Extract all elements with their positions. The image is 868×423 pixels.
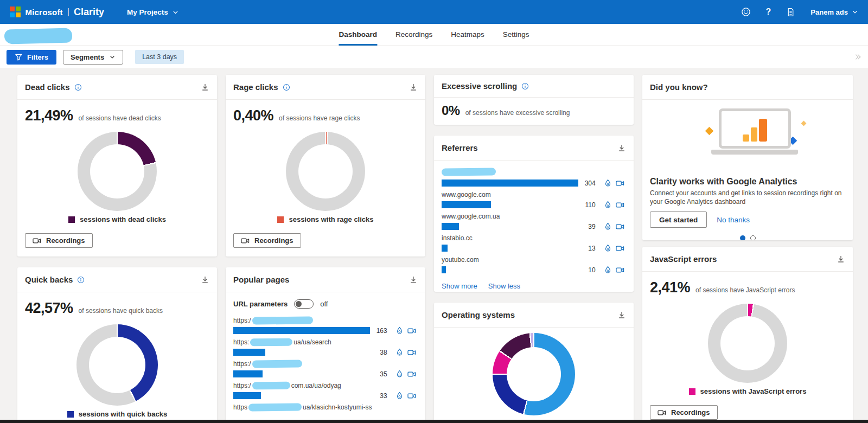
row-value: 39 xyxy=(578,223,596,230)
card-title: Dead clicks xyxy=(25,82,70,92)
redacted-text xyxy=(250,338,292,347)
screenshot-bottom-edge xyxy=(0,420,868,423)
info-icon[interactable] xyxy=(283,84,290,91)
show-less-link[interactable]: Show less xyxy=(488,282,520,290)
tab-settings[interactable]: Settings xyxy=(503,24,529,46)
javascript-errors-card: JavaScript errors 2,41% of sessions have… xyxy=(642,247,853,423)
show-more-link[interactable]: Show more xyxy=(442,282,477,290)
metric-caption: of sessions have dead clicks xyxy=(79,114,161,122)
download-icon[interactable] xyxy=(617,144,626,152)
segments-dropdown[interactable]: Segments xyxy=(63,50,123,65)
date-range-chip[interactable]: Last 3 days xyxy=(135,50,184,64)
help-icon[interactable]: ? xyxy=(766,7,771,17)
microsoft-logo-icon xyxy=(10,7,21,17)
recordings-camera-icon[interactable] xyxy=(614,179,626,188)
tab-dashboard[interactable]: Dashboard xyxy=(339,24,377,46)
chevron-down-icon xyxy=(172,9,179,16)
row-label: https:ua/ua/search xyxy=(233,338,418,346)
card-title: Quick backs xyxy=(25,275,73,284)
metric-caption: of sessions have excessive scrolling xyxy=(465,109,570,117)
tab-heatmaps[interactable]: Heatmaps xyxy=(451,24,484,46)
redacted-text xyxy=(252,316,313,324)
recordings-camera-icon[interactable] xyxy=(406,348,418,357)
legend-swatch xyxy=(67,411,74,418)
heatmap-flame-icon[interactable] xyxy=(394,370,406,378)
info-icon[interactable] xyxy=(74,84,82,91)
chevron-down-icon xyxy=(852,9,858,15)
heatmap-flame-icon[interactable] xyxy=(394,392,406,400)
url-parameters-toggle[interactable] xyxy=(294,299,314,309)
redacted-text xyxy=(252,382,290,390)
no-thanks-link[interactable]: No thanks xyxy=(717,216,750,224)
popular-pages-list: https:/ 163 https:ua/ua/search 38 https:… xyxy=(226,311,425,411)
heatmap-flame-icon[interactable] xyxy=(602,179,614,187)
my-projects-label: My Projects xyxy=(127,8,168,16)
sparkle-icon xyxy=(801,121,807,126)
recordings-camera-icon[interactable] xyxy=(614,201,626,209)
quick-backs-donut xyxy=(76,324,158,406)
camera-icon xyxy=(33,236,41,245)
legend-swatch xyxy=(68,216,75,223)
legend-label: sessions with rage clicks xyxy=(289,215,373,223)
carousel-dot[interactable] xyxy=(750,235,756,240)
recordings-camera-icon[interactable] xyxy=(614,244,626,253)
dead-clicks-card: Dead clicks 21,49% of sessions have dead… xyxy=(17,75,217,257)
recordings-label: Recordings xyxy=(254,236,293,245)
card-title: Did you know? xyxy=(650,82,708,92)
filters-button[interactable]: Filters xyxy=(7,50,56,65)
dashboard-content: Dead clicks 21,49% of sessions have dead… xyxy=(0,68,868,423)
download-icon[interactable] xyxy=(617,311,626,319)
recordings-camera-icon[interactable] xyxy=(406,392,418,400)
funnel-icon xyxy=(15,53,23,61)
row-value: 163 xyxy=(370,327,387,335)
operating-systems-donut xyxy=(493,333,575,415)
list-row: instabio.cc 13 xyxy=(442,234,626,252)
recordings-camera-icon[interactable] xyxy=(614,222,626,231)
recordings-button[interactable]: Recordings xyxy=(25,233,93,248)
expand-panel-icon[interactable] xyxy=(854,53,861,61)
row-value: 304 xyxy=(578,180,596,187)
heatmap-flame-icon[interactable] xyxy=(602,244,614,252)
toggle-state: off xyxy=(320,300,328,308)
tab-recordings[interactable]: Recordings xyxy=(395,24,432,46)
row-value: 10 xyxy=(578,266,596,274)
recordings-button[interactable]: Recordings xyxy=(650,405,718,420)
metric-caption: of sessions have rage clicks xyxy=(279,114,360,122)
metric-value: 0,40% xyxy=(233,107,273,124)
info-icon[interactable] xyxy=(521,82,529,90)
account-menu[interactable]: Panem ads xyxy=(810,8,858,16)
recordings-camera-icon[interactable] xyxy=(614,266,626,274)
card-title: Referrers xyxy=(442,143,478,152)
row-value: 35 xyxy=(370,370,387,378)
documentation-icon[interactable] xyxy=(786,8,795,17)
download-icon[interactable] xyxy=(409,275,418,284)
get-started-button[interactable]: Get started xyxy=(650,211,707,228)
heatmap-flame-icon[interactable] xyxy=(602,201,614,209)
list-row: youtube.com 10 xyxy=(442,256,626,274)
value-bar xyxy=(233,327,370,334)
heatmap-flame-icon[interactable] xyxy=(602,222,614,230)
recordings-camera-icon[interactable] xyxy=(406,370,418,379)
row-label: youtube.com xyxy=(442,256,626,264)
download-icon[interactable] xyxy=(201,83,209,92)
card-title: Rage clicks xyxy=(233,82,278,92)
feedback-smiley-icon[interactable] xyxy=(741,7,751,17)
recordings-camera-icon[interactable] xyxy=(406,326,418,335)
carousel-dot-active[interactable] xyxy=(740,235,745,240)
heatmap-flame-icon[interactable] xyxy=(394,348,406,356)
info-icon[interactable] xyxy=(77,276,85,284)
legend-label: sessions with JavaScript errors xyxy=(700,387,807,395)
my-projects-menu[interactable]: My Projects xyxy=(127,8,179,16)
download-icon[interactable] xyxy=(409,83,418,92)
recordings-button[interactable]: Recordings xyxy=(233,233,301,248)
top-bar: Microsoft | Clarity My Projects ? Panem … xyxy=(0,0,868,24)
laptop-icon xyxy=(719,108,791,149)
heatmap-flame-icon[interactable] xyxy=(602,266,614,274)
row-label: httpsua/klasichn-kostyumi-ss xyxy=(233,403,418,411)
download-icon[interactable] xyxy=(201,275,209,284)
metric-value: 0% xyxy=(442,103,460,118)
javascript-errors-donut xyxy=(708,304,787,383)
value-bar xyxy=(233,392,261,399)
download-icon[interactable] xyxy=(837,255,845,264)
heatmap-flame-icon[interactable] xyxy=(394,326,406,335)
